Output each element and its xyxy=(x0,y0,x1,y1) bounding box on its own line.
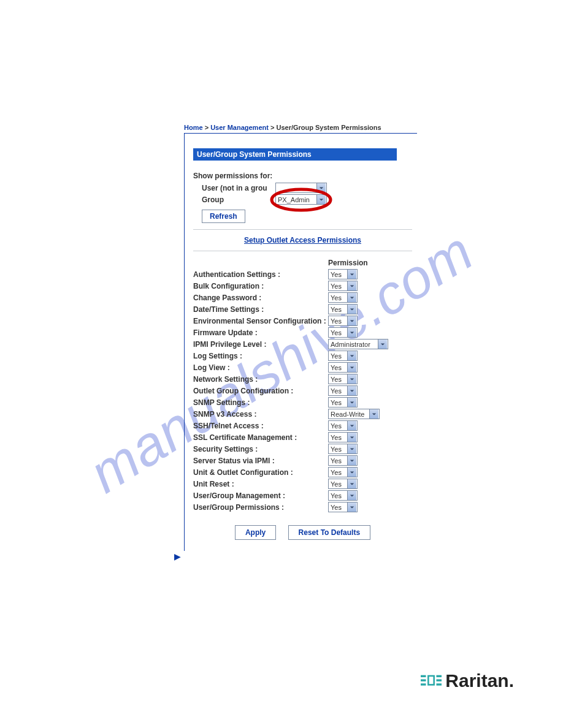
table-row: Date/Time Settings :Yes xyxy=(193,303,412,315)
permission-label: Security Settings : xyxy=(193,443,328,455)
permission-select[interactable]: Administrator xyxy=(328,339,388,349)
permission-label: Change Password : xyxy=(193,292,328,303)
permission-select-value: Yes xyxy=(331,387,342,395)
permission-select-value: Yes xyxy=(331,282,342,290)
permission-label: Date/Time Settings : xyxy=(193,303,328,315)
chevron-down-icon xyxy=(347,444,356,453)
permission-select[interactable]: Yes xyxy=(328,385,358,396)
svg-rect-4 xyxy=(437,675,442,677)
permission-select[interactable]: Yes xyxy=(328,444,358,454)
permission-select-value: Read-Write xyxy=(331,411,364,418)
play-icon: ▶ xyxy=(174,552,181,561)
setup-outlet-access-link[interactable]: Setup Outlet Access Permissions xyxy=(244,236,361,245)
permission-select-value: Yes xyxy=(331,422,342,430)
brand-mark-icon xyxy=(421,674,442,688)
brand-name: Raritan. xyxy=(445,670,514,691)
svg-rect-3 xyxy=(421,683,426,685)
permission-select-value: Yes xyxy=(331,469,342,476)
chevron-down-icon xyxy=(347,502,356,512)
permission-select[interactable]: Yes xyxy=(328,327,358,338)
table-row: SSL Certificate Management :Yes xyxy=(193,431,412,443)
permission-select[interactable]: Yes xyxy=(328,455,358,466)
group-select-value: PX_Admin xyxy=(278,196,310,203)
chevron-down-icon xyxy=(316,195,326,204)
table-row: SNMP v3 Access :Read-Write xyxy=(193,408,412,420)
permission-select-value: Yes xyxy=(331,376,342,383)
table-row: SSH/Telnet Access :Yes xyxy=(193,420,412,431)
permission-select-value: Administrator xyxy=(331,341,370,348)
permission-select-value: Yes xyxy=(331,364,342,371)
group-select[interactable]: PX_Admin xyxy=(275,194,327,205)
table-row: Firmware Update :Yes xyxy=(193,327,412,338)
permission-select[interactable]: Yes xyxy=(328,362,358,373)
permission-select-value: Yes xyxy=(331,317,342,325)
chevron-down-icon xyxy=(347,328,356,337)
svg-rect-2 xyxy=(421,679,426,681)
chevron-down-icon xyxy=(347,456,356,465)
permission-select[interactable]: Yes xyxy=(328,467,358,477)
permission-select-value: Yes xyxy=(331,271,342,278)
refresh-button[interactable]: Refresh xyxy=(202,210,245,223)
permission-select[interactable]: Yes xyxy=(328,397,358,408)
brand-logo: Raritan. xyxy=(421,670,514,691)
permission-select-value: Yes xyxy=(331,492,342,499)
permission-select[interactable]: Yes xyxy=(328,490,358,501)
permission-select[interactable]: Yes xyxy=(328,432,358,442)
divider xyxy=(193,229,412,230)
permission-select[interactable]: Yes xyxy=(328,374,358,384)
permission-select[interactable]: Yes xyxy=(328,502,358,512)
apply-button[interactable]: Apply xyxy=(235,525,276,540)
permission-label: SNMP v3 Access : xyxy=(193,408,328,420)
table-row: Log View :Yes xyxy=(193,362,412,373)
permission-select[interactable]: Yes xyxy=(328,304,358,314)
svg-rect-6 xyxy=(437,683,442,685)
table-row: Change Password :Yes xyxy=(193,292,412,303)
permission-label: Authentication Settings : xyxy=(193,268,328,280)
permission-label: User/Group Management : xyxy=(193,490,328,501)
permission-select[interactable]: Yes xyxy=(328,281,358,291)
permission-select[interactable]: Yes xyxy=(328,351,358,361)
chevron-down-icon xyxy=(378,339,387,349)
show-permissions-heading: Show permissions for: xyxy=(193,172,400,180)
chevron-down-icon xyxy=(347,374,356,384)
svg-rect-5 xyxy=(437,679,442,681)
chevron-down-icon xyxy=(347,293,356,302)
permission-label: Log Settings : xyxy=(193,350,328,362)
table-row: Environmental Sensor Configuration :Yes xyxy=(193,315,412,327)
chevron-down-icon xyxy=(347,468,356,477)
permission-select-value: Yes xyxy=(331,352,342,360)
permission-select[interactable]: Yes xyxy=(328,479,358,489)
table-row: IPMI Privilege Level :Administrator xyxy=(193,338,412,350)
permission-select-value: Yes xyxy=(331,294,342,301)
action-buttons: Apply Reset To Defaults xyxy=(193,525,412,540)
chevron-down-icon xyxy=(347,305,356,314)
user-select[interactable] xyxy=(275,183,327,193)
permission-select-value: Yes xyxy=(331,480,342,488)
breadcrumb-home[interactable]: Home xyxy=(184,124,203,131)
permission-label: Unit Reset : xyxy=(193,478,328,490)
svg-rect-1 xyxy=(421,675,426,677)
table-row: Network Settings :Yes xyxy=(193,373,412,385)
permission-select[interactable]: Read-Write xyxy=(328,409,380,419)
table-row: SNMP Settings :Yes xyxy=(193,396,412,408)
permission-select-value: Yes xyxy=(331,434,342,441)
table-row: Authentication Settings :Yes xyxy=(193,268,412,280)
permission-label: Firmware Update : xyxy=(193,327,328,338)
permission-select[interactable]: Yes xyxy=(328,316,358,326)
breadcrumb-sep2: > xyxy=(270,124,274,131)
table-row: Server Status via IPMI :Yes xyxy=(193,455,412,466)
table-row: User/Group Permissions :Yes xyxy=(193,501,412,513)
reset-to-defaults-button[interactable]: Reset To Defaults xyxy=(288,525,370,540)
permission-select[interactable]: Yes xyxy=(328,420,358,431)
table-row: Unit Reset :Yes xyxy=(193,478,412,490)
show-permissions-section: Show permissions for: User (not in a gro… xyxy=(193,172,400,223)
breadcrumb-user-mgmt[interactable]: User Management xyxy=(210,124,269,131)
permission-select[interactable]: Yes xyxy=(328,292,358,303)
table-row: Security Settings :Yes xyxy=(193,443,412,455)
permission-label: User/Group Permissions : xyxy=(193,501,328,513)
table-row: Outlet Group Configuration :Yes xyxy=(193,385,412,396)
chevron-down-icon xyxy=(347,491,356,500)
permission-column-header: Permission xyxy=(328,257,412,268)
permission-select[interactable]: Yes xyxy=(328,269,358,279)
permission-label: Network Settings : xyxy=(193,373,328,385)
